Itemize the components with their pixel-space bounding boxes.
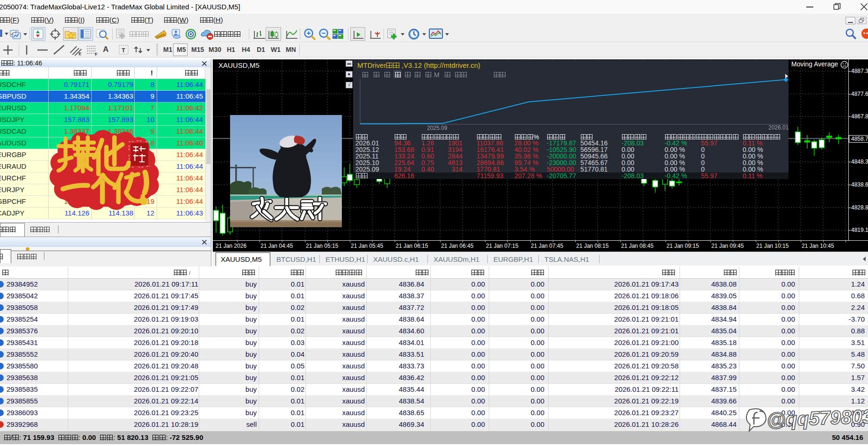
svg-text:F: F (95, 52, 98, 56)
svg-text:@qq579803: @qq579803 (767, 406, 868, 431)
svg-text:E: E (79, 51, 81, 56)
svg-text:T: T (122, 47, 125, 54)
